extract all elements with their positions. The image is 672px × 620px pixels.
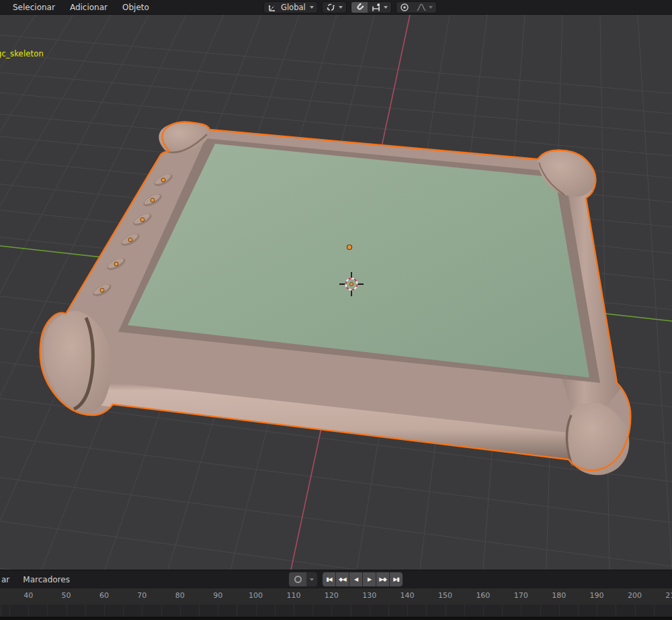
menu-select[interactable]: Selecionar [7, 1, 61, 13]
ruler-tick: 80 [161, 591, 199, 600]
ruler-tick: 60 [85, 591, 123, 600]
ruler-tick: 150 [426, 591, 464, 600]
snap-toggle-button[interactable] [351, 2, 368, 13]
menu-add[interactable]: Adicionar [64, 1, 114, 13]
playback-controls: ▮◀ ◆◀ ◀ ▶ ▶◆ ▶▮ [289, 572, 403, 586]
ruler-tick: 160 [464, 591, 502, 600]
proportional-editing-group [396, 1, 437, 13]
ruler-tick: 70 [123, 591, 161, 600]
header-bar: Selecionar Adicionar Objeto Global [0, 0, 672, 15]
play-button[interactable]: ▶ [363, 572, 376, 586]
frame-ruler[interactable]: 40 50 60 70 80 90 100 110 120 130 140 15… [0, 588, 672, 605]
pivot-point-dropdown[interactable] [322, 1, 347, 13]
record-circle-icon [294, 576, 302, 583]
proportional-editing-icon [400, 3, 409, 12]
jump-to-start-button[interactable]: ▮◀ [323, 572, 335, 586]
next-keyframe-button[interactable]: ▶◆ [376, 572, 389, 586]
menu-object[interactable]: Objeto [116, 1, 155, 13]
ruler-tick: 210 [654, 591, 672, 600]
proportional-editing-toggle[interactable] [396, 2, 413, 13]
snap-with-dropdown[interactable] [368, 2, 391, 13]
timeline-menu-partial[interactable]: ar [1, 575, 9, 584]
object-origin-dot [347, 245, 352, 250]
ruler-tick: 200 [616, 591, 653, 600]
3d-viewport[interactable]: gc_skeleton [0, 15, 672, 570]
falloff-curve-dropdown[interactable] [413, 2, 436, 13]
ruler-tick-row: 40 50 60 70 80 90 100 110 120 130 140 15… [9, 591, 672, 600]
chevron-down-icon [310, 578, 314, 581]
ruler-tick: 180 [540, 591, 577, 600]
ruler-tick: 140 [388, 591, 426, 600]
timeline-channel-area[interactable] [0, 605, 672, 617]
ruler-tick: 50 [47, 591, 85, 600]
snap-with-icon [371, 3, 382, 12]
orientation-axes-icon [267, 3, 277, 12]
magnet-icon [355, 3, 364, 12]
timeline-header: ar Marcadores ▮◀ ◆◀ ◀ ▶ ▶◆ ▶▮ [0, 570, 672, 588]
previous-keyframe-button[interactable]: ◆◀ [336, 572, 349, 586]
ruler-tick: 90 [199, 591, 237, 600]
chevron-down-icon [429, 6, 433, 9]
timeline-menu-markers[interactable]: Marcadores [16, 574, 77, 586]
playback-button-group: ▮◀ ◆◀ ◀ ▶ ▶◆ ▶▮ [323, 572, 403, 586]
play-reverse-button[interactable]: ◀ [349, 572, 362, 586]
ruler-tick: 190 [578, 591, 616, 600]
chevron-down-icon [310, 6, 314, 9]
ruler-tick: 120 [312, 591, 350, 600]
orientation-label: Global [280, 3, 307, 12]
auto-keying-toggle[interactable] [289, 572, 306, 586]
ruler-tick: 110 [275, 591, 312, 600]
ruler-tick: 40 [9, 591, 47, 600]
transform-orientation-dropdown[interactable]: Global [263, 1, 318, 13]
active-object-label: gc_skeleton [0, 49, 44, 58]
chevron-down-icon [384, 6, 388, 9]
falloff-curve-icon [416, 3, 427, 12]
chevron-down-icon [339, 6, 343, 9]
pivot-point-icon [326, 3, 336, 12]
ruler-tick: 130 [351, 591, 388, 600]
auto-keying-group [289, 572, 317, 586]
jump-to-end-button[interactable]: ▶▮ [390, 572, 403, 586]
auto-keying-dropdown[interactable] [306, 578, 317, 581]
viewport-menus: Selecionar Adicionar Objeto [0, 1, 155, 13]
snapping-group [351, 1, 392, 13]
ruler-tick: 170 [502, 591, 540, 600]
timeline-bottom-edge [0, 617, 672, 620]
ruler-tick: 100 [237, 591, 274, 600]
